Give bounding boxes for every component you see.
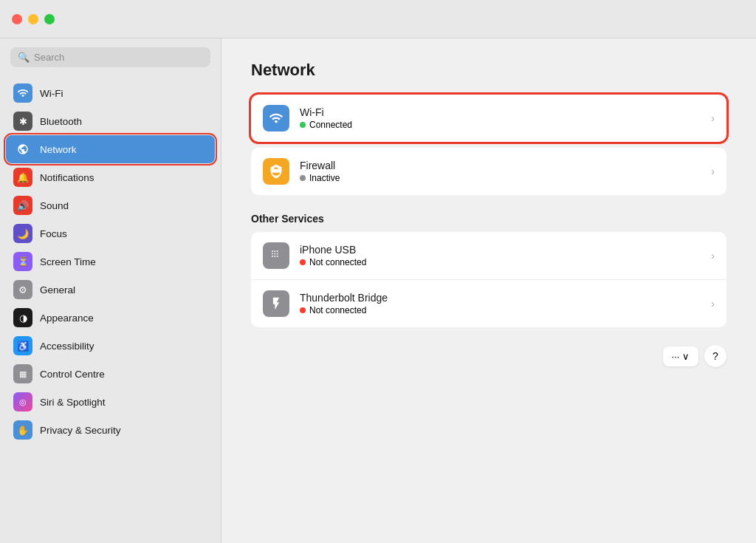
- firewall-status-text: Inactive: [309, 173, 340, 183]
- content-footer: ··· ∨ ?: [251, 345, 726, 367]
- firewall-card: Firewall Inactive ›: [251, 148, 726, 195]
- thunderbolt-icon: [263, 290, 289, 317]
- help-button-label: ?: [712, 350, 718, 362]
- wifi-card-status: Connected: [300, 120, 701, 130]
- thunderbolt-info: Thunderbolt Bridge Not connected: [300, 292, 701, 315]
- more-button-label: ··· ∨: [672, 351, 690, 362]
- firewall-chevron-icon: ›: [711, 165, 715, 177]
- sidebar-items-list: Wi-Fi ✱ Bluetooth Network 🔔 Notification: [0, 76, 221, 447]
- sidebar-item-screentime-label: Screen Time: [40, 256, 96, 267]
- screentime-icon: ⏳: [13, 252, 32, 271]
- sidebar-item-appearance-label: Appearance: [40, 313, 94, 324]
- firewall-card-info: Firewall Inactive: [300, 160, 701, 183]
- thunderbolt-status-text: Not connected: [309, 305, 366, 315]
- sidebar-item-focus[interactable]: 🌙 Focus: [6, 219, 215, 247]
- wifi-card-info: Wi-Fi Connected: [300, 106, 701, 130]
- iphone-status-dot: [300, 259, 306, 265]
- accessibility-icon: ♿: [13, 336, 32, 355]
- sidebar-item-sound[interactable]: 🔊 Sound: [6, 191, 215, 219]
- sidebar-item-bluetooth[interactable]: ✱ Bluetooth: [6, 107, 215, 135]
- controlcentre-icon: ▦: [13, 364, 32, 383]
- wifi-chevron-icon: ›: [711, 112, 715, 124]
- thunderbolt-status-dot: [300, 307, 306, 313]
- sidebar-item-focus-label: Focus: [40, 228, 67, 239]
- search-container: 🔍 Search: [0, 38, 221, 76]
- sidebar-item-siri[interactable]: ◎ Siri & Spotlight: [6, 388, 215, 416]
- sidebar-item-controlcentre[interactable]: ▦ Control Centre: [6, 360, 215, 388]
- sidebar-item-accessibility[interactable]: ♿ Accessibility: [6, 332, 215, 360]
- more-button[interactable]: ··· ∨: [663, 346, 698, 366]
- sidebar: 🔍 Search Wi-Fi ✱ Bluetooth: [0, 38, 221, 543]
- iphone-chevron-icon: ›: [711, 250, 715, 262]
- sidebar-item-wifi-label: Wi-Fi: [40, 88, 63, 99]
- close-button[interactable]: [12, 14, 22, 24]
- sidebar-item-screentime[interactable]: ⏳ Screen Time: [6, 247, 215, 276]
- sidebar-item-privacy[interactable]: ✋ Privacy & Security: [6, 416, 215, 444]
- firewall-row[interactable]: Firewall Inactive ›: [251, 148, 726, 195]
- sidebar-item-bluetooth-label: Bluetooth: [40, 116, 82, 127]
- thunderbolt-status: Not connected: [300, 305, 701, 315]
- other-services-label: Other Services: [251, 213, 726, 225]
- appearance-icon: ◑: [13, 308, 32, 327]
- sidebar-item-sound-label: Sound: [40, 200, 69, 211]
- focus-icon: 🌙: [13, 224, 32, 243]
- sidebar-item-accessibility-label: Accessibility: [40, 341, 94, 352]
- sound-icon: 🔊: [13, 196, 32, 215]
- sidebar-item-privacy-label: Privacy & Security: [40, 425, 121, 436]
- thunderbolt-row[interactable]: Thunderbolt Bridge Not connected ›: [251, 280, 726, 327]
- wifi-card-title: Wi-Fi: [300, 106, 701, 118]
- minimize-button[interactable]: [28, 14, 38, 24]
- content-area: Network Wi-Fi Connected: [221, 38, 756, 543]
- iphone-status-text: Not connected: [309, 257, 366, 267]
- iphone-usb-info: iPhone USB Not connected: [300, 244, 701, 267]
- iphone-usb-row[interactable]: iPhone USB Not connected ›: [251, 232, 726, 280]
- firewall-status-dot: [300, 175, 306, 181]
- wifi-status-text: Connected: [309, 120, 352, 130]
- sidebar-item-general-label: General: [40, 284, 75, 296]
- sidebar-item-network[interactable]: Network: [6, 135, 215, 163]
- iphone-usb-title: iPhone USB: [300, 244, 701, 256]
- sidebar-item-wifi[interactable]: Wi-Fi: [6, 79, 215, 107]
- firewall-card-status: Inactive: [300, 173, 701, 183]
- sidebar-item-controlcentre-label: Control Centre: [40, 369, 105, 380]
- siri-icon: ◎: [13, 392, 32, 411]
- sidebar-item-siri-label: Siri & Spotlight: [40, 397, 106, 408]
- titlebar: [0, 0, 756, 38]
- help-button[interactable]: ?: [704, 345, 726, 367]
- thunderbolt-chevron-icon: ›: [711, 298, 715, 310]
- sidebar-item-notifications[interactable]: 🔔 Notifications: [6, 163, 215, 191]
- firewall-card-icon: [263, 158, 289, 185]
- thunderbolt-title: Thunderbolt Bridge: [300, 292, 701, 304]
- general-icon: ⚙: [13, 280, 32, 299]
- search-bar[interactable]: 🔍 Search: [10, 47, 210, 67]
- iphone-usb-status: Not connected: [300, 257, 701, 267]
- primary-services-section: Wi-Fi Connected ›: [251, 95, 726, 195]
- other-services-card: iPhone USB Not connected ›: [251, 232, 726, 327]
- wifi-status-dot: [300, 122, 306, 128]
- notifications-icon: 🔔: [13, 168, 32, 187]
- sidebar-item-network-label: Network: [40, 144, 77, 155]
- privacy-icon: ✋: [13, 420, 32, 440]
- firewall-card-title: Firewall: [300, 160, 701, 171]
- wifi-card-icon: [263, 105, 289, 132]
- other-services-section: Other Services iPhone USB Not connected: [251, 213, 726, 327]
- main-layout: 🔍 Search Wi-Fi ✱ Bluetooth: [0, 38, 756, 543]
- sidebar-item-general[interactable]: ⚙ General: [6, 276, 215, 304]
- search-icon: 🔍: [18, 52, 30, 63]
- search-placeholder: Search: [34, 52, 64, 63]
- iphone-usb-icon: [263, 242, 289, 269]
- sidebar-item-appearance[interactable]: ◑ Appearance: [6, 304, 215, 332]
- wifi-row[interactable]: Wi-Fi Connected ›: [251, 95, 726, 142]
- sidebar-item-notifications-label: Notifications: [40, 172, 94, 183]
- wifi-card: Wi-Fi Connected ›: [251, 95, 726, 142]
- page-title: Network: [251, 61, 726, 80]
- network-icon: [13, 140, 32, 159]
- traffic-lights: [12, 14, 55, 24]
- maximize-button[interactable]: [44, 14, 55, 24]
- bluetooth-icon: ✱: [13, 112, 32, 131]
- wifi-icon: [13, 83, 32, 103]
